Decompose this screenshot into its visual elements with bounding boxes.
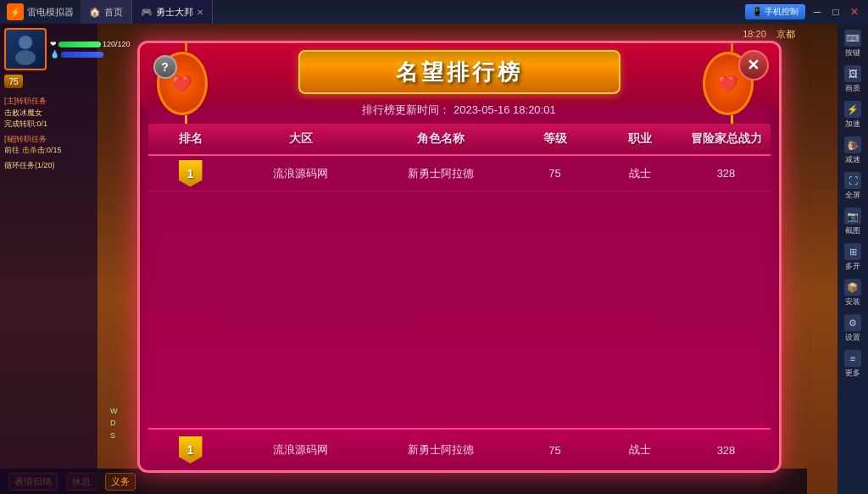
game-area: 18:20 京都 ❤ 120/120 — [0, 24, 837, 494]
w-key: W — [110, 405, 118, 417]
d-key: D — [110, 417, 118, 429]
close-button[interactable]: ✕ — [738, 50, 769, 80]
header-server: 大区 — [233, 131, 369, 147]
task-item-2: 击败冰魔女 — [4, 108, 93, 119]
tab-game-label: 勇士大邦 — [156, 6, 193, 19]
game-top-ui: 18:20 京都 — [743, 28, 795, 41]
header-rank: 排名 — [148, 131, 233, 147]
wds-indicator: W D S — [110, 405, 118, 441]
hp-label: ❤ — [50, 40, 57, 48]
bottom-name: 新勇士阿拉德 — [369, 442, 513, 458]
game-location: 京都 — [776, 29, 795, 39]
install-icon: 📦 — [844, 279, 861, 296]
header-level: 等级 — [513, 131, 598, 147]
ranking-panel: ❤️ ❤️ 名望排行榜 ? ✕ 排行榜更新时间 — [137, 41, 782, 473]
sidebar-fullscreen-button[interactable]: ⛶ 全屏 — [839, 169, 866, 203]
sidebar-screenshot-button[interactable]: 📷 截图 — [839, 205, 866, 239]
update-time: 排行榜更新时间： 2023-05-16 18:20:01 — [140, 103, 779, 118]
player-avatar — [4, 28, 47, 70]
quality-icon: 🖼 — [844, 65, 861, 82]
fullscreen-icon: ⛶ — [844, 172, 861, 189]
bottom-rank-badge: 1 — [179, 436, 203, 463]
task-item-3: 完成转职:0/1 — [4, 119, 93, 130]
ranking-table: 排名 大区 角色名称 等级 职业 冒险家总战力 1 流 — [148, 124, 771, 424]
tab-game[interactable]: 🎮 勇士大邦 ✕ — [132, 0, 213, 24]
sidebar-keyboard-button[interactable]: ⌨ 按键 — [839, 27, 866, 61]
fullscreen-label: 全屏 — [845, 190, 860, 201]
sidebar-multiopen-button[interactable]: ⊞ 多开 — [839, 241, 866, 275]
screenshot-label: 截图 — [845, 225, 860, 236]
emulator-icon: ⚡ — [7, 3, 24, 20]
slowdown-icon: 🐌 — [844, 136, 861, 153]
ranking-title-box: 名望排行榜 — [298, 50, 620, 94]
bottom-job: 战士 — [598, 442, 682, 458]
table-row: 1 流浪源码网 新勇士阿拉德 75 战士 328 — [148, 156, 771, 191]
row-rank: 1 — [148, 160, 233, 187]
more-icon: ≡ — [844, 350, 861, 367]
screenshot-icon: 📷 — [844, 208, 861, 225]
lantern-right-string — [731, 43, 733, 52]
keyboard-label: 按键 — [845, 47, 860, 58]
help-button[interactable]: ? — [153, 55, 177, 79]
task-item-5: 前往 击杀击:0/15 — [4, 145, 93, 157]
sidebar-more-button[interactable]: ≡ 更多 — [839, 347, 866, 381]
row-power: 328 — [682, 167, 771, 180]
phone-control-button[interactable]: 📱 手机控制 — [745, 4, 805, 19]
bottom-rank: 1 — [148, 436, 233, 463]
sidebar-slowdown-button[interactable]: 🐌 减速 — [839, 134, 866, 168]
help-icon: ? — [161, 60, 169, 74]
s-key: S — [110, 430, 118, 441]
close-icon: ✕ — [747, 56, 760, 75]
tab-home[interactable]: 🏠 首页 — [81, 0, 132, 24]
ranking-overlay: ❤️ ❤️ 名望排行榜 ? ✕ 排行榜更新时间 — [85, 41, 833, 486]
header-job: 职业 — [598, 131, 682, 147]
lantern-left-string — [185, 43, 187, 52]
speedup-label: 加速 — [845, 119, 860, 130]
restore-button[interactable]: □ — [829, 5, 843, 19]
bottom-rank-number: 1 — [187, 443, 194, 457]
minimize-button[interactable]: ─ — [810, 5, 824, 19]
sidebar-quality-button[interactable]: 🖼 画质 — [839, 63, 866, 97]
rank-number: 1 — [187, 167, 194, 180]
row-name: 新勇士阿拉德 — [369, 166, 513, 181]
update-time-value: 2023-05-16 18:20:01 — [453, 103, 556, 116]
left-panel: ❤ 120/120 💧 75 [主 — [0, 24, 97, 494]
ranking-title-text: 名望排行榜 — [396, 58, 523, 87]
row-level: 75 — [513, 167, 598, 180]
speedup-icon: ⚡ — [844, 101, 861, 118]
multiopen-icon: ⊞ — [844, 243, 861, 260]
window-close-button[interactable]: ✕ — [848, 5, 861, 19]
game-time: 18:20 — [743, 29, 766, 39]
settings-label: 设置 — [845, 332, 860, 343]
top-bar-left: ⚡ 雷电模拟器 — [0, 3, 74, 20]
task-item-6: 循环任务(1/20) — [4, 160, 93, 172]
header-name: 角色名称 — [369, 131, 513, 147]
level-value: 75 — [8, 77, 18, 86]
more-label: 更多 — [845, 368, 860, 379]
tab-home-label: 首页 — [104, 6, 123, 19]
sidebar-settings-button[interactable]: ⚙ 设置 — [839, 312, 866, 346]
mp-label: 💧 — [50, 50, 59, 58]
bottom-fixed-row: 1 流浪源码网 新勇士阿拉德 75 战士 328 — [148, 428, 771, 470]
table-header: 排名 大区 角色名称 等级 职业 冒险家总战力 — [148, 124, 771, 156]
task-area: [主]转职任务 击败冰魔女 完成转职:0/1 [秘]转职任务 前往 击杀击:0/… — [4, 96, 93, 171]
update-label: 排行榜更新时间： — [362, 103, 450, 116]
bottom-power: 328 — [682, 444, 771, 457]
keyboard-icon: ⌨ — [844, 30, 861, 47]
task-item-4: [秘]转职任务 — [4, 134, 93, 146]
svg-point-1 — [15, 50, 36, 65]
tab-close-button[interactable]: ✕ — [197, 8, 203, 17]
top-bar-right: 📱 手机控制 ─ □ ✕ — [745, 4, 868, 19]
tab-bar: 🏠 首页 🎮 勇士大邦 ✕ — [81, 0, 213, 24]
header-power: 冒险家总战力 — [682, 131, 771, 147]
task-item-1: [主]转职任务 — [4, 96, 93, 108]
sidebar-speedup-button[interactable]: ⚡ 加速 — [839, 98, 866, 132]
quality-label: 画质 — [845, 83, 860, 94]
rank-badge-1: 1 — [179, 160, 203, 187]
sidebar-install-button[interactable]: 📦 安装 — [839, 276, 866, 310]
svg-point-0 — [19, 36, 32, 49]
row-server: 流浪源码网 — [233, 166, 369, 181]
top-bar: ⚡ 雷电模拟器 🏠 首页 🎮 勇士大邦 ✕ 📱 手机控制 ─ □ ✕ — [0, 0, 868, 24]
level-badge: 75 — [4, 75, 23, 88]
table-body: 1 流浪源码网 新勇士阿拉德 75 战士 328 — [148, 156, 771, 424]
